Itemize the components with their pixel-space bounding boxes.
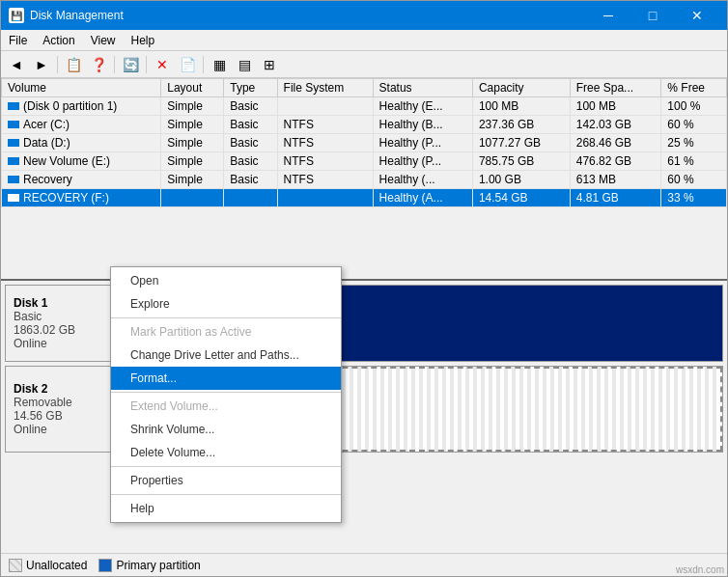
back-button[interactable]: ◄ <box>5 54 28 75</box>
menu-view[interactable]: View <box>83 30 124 50</box>
toolbar-separator-3 <box>146 56 147 73</box>
disk2-label: Disk 2 Removable 14.56 GB Online <box>6 367 112 452</box>
toolbar: ◄ ► 📋 ❓ 🔄 ✕ 📄 ▦ ▤ ⊞ <box>1 51 727 78</box>
table-row[interactable]: Acer (C:)SimpleBasicNTFSHealthy (B...237… <box>2 116 727 134</box>
legend-bar: Unallocated Primary partition <box>1 553 727 576</box>
context-menu-item-help[interactable]: Help <box>111 497 341 520</box>
forward-button[interactable]: ► <box>30 54 53 75</box>
context-menu-item-mark-partition-as-active: Mark Partition as Active <box>111 320 341 343</box>
disk2-size: 14.56 GB <box>14 409 103 423</box>
col-capacity[interactable]: Capacity <box>472 79 570 97</box>
legend-unalloc-label: Unallocated <box>26 559 87 572</box>
context-menu-separator <box>111 317 341 318</box>
toolbar-separator-2 <box>114 56 115 73</box>
col-freespace[interactable]: Free Spa... <box>570 79 661 97</box>
app-icon: 💾 <box>9 8 24 23</box>
window-controls: ─ □ ✕ <box>586 1 719 30</box>
rescan-button[interactable]: 🔄 <box>119 54 142 75</box>
disk1-label: Disk 1 Basic 1863.02 GB Online <box>6 286 112 361</box>
context-menu-item-open[interactable]: Open <box>111 269 341 292</box>
legend-primary: Primary partition <box>98 559 200 572</box>
disk1-type: Basic <box>14 310 103 323</box>
col-type[interactable]: Type <box>224 79 277 97</box>
disk2-name: Disk 2 <box>14 382 103 396</box>
watermark: wsxdn.com <box>676 564 724 575</box>
context-menu-separator <box>111 494 341 495</box>
menu-help[interactable]: Help <box>124 30 163 50</box>
main-window: 💾 Disk Management ─ □ ✕ File Action View… <box>0 0 728 577</box>
menu-action[interactable]: Action <box>35 30 82 50</box>
col-filesystem[interactable]: File System <box>277 79 373 97</box>
legend-primary-label: Primary partition <box>116 559 200 572</box>
help-button[interactable]: ❓ <box>87 54 110 75</box>
window-title: Disk Management <box>30 9 124 22</box>
context-menu-separator <box>111 392 341 393</box>
context-menu: OpenExploreMark Partition as ActiveChang… <box>110 266 342 523</box>
context-menu-item-format---[interactable]: Format... <box>111 367 341 390</box>
context-menu-item-explore[interactable]: Explore <box>111 292 341 316</box>
disk2-type: Removable <box>14 396 103 409</box>
context-menu-item-shrink-volume---[interactable]: Shrink Volume... <box>111 418 341 441</box>
disk2-status: Online <box>14 423 103 436</box>
context-menu-separator <box>111 466 341 467</box>
disk1-status: Online <box>14 337 103 350</box>
context-menu-item-properties[interactable]: Properties <box>111 469 341 492</box>
context-menu-item-delete-volume---[interactable]: Delete Volume... <box>111 441 341 464</box>
menu-bar: File Action View Help <box>1 30 727 51</box>
context-menu-item-change-drive-letter-and-paths---[interactable]: Change Drive Letter and Paths... <box>111 343 341 367</box>
minimize-button[interactable]: ─ <box>586 1 630 30</box>
toolbar-separator-1 <box>57 56 58 73</box>
menu-file[interactable]: File <box>1 30 35 50</box>
disk1-name: Disk 1 <box>14 296 103 310</box>
col-status[interactable]: Status <box>373 79 472 97</box>
maximize-button[interactable]: □ <box>630 1 675 30</box>
volume-table-area: Volume Layout Type File System Status Ca… <box>1 78 727 281</box>
view1-button[interactable]: ▦ <box>208 54 231 75</box>
view3-button[interactable]: ⊞ <box>258 54 281 75</box>
table-row[interactable]: Data (D:)SimpleBasicNTFSHealthy (P...107… <box>2 134 727 152</box>
disk1-size: 1863.02 GB <box>14 323 103 337</box>
legend-unalloc-box <box>9 559 22 572</box>
legend-unalloc: Unallocated <box>9 559 87 572</box>
export-button[interactable]: 📄 <box>176 54 199 75</box>
view2-button[interactable]: ▤ <box>233 54 256 75</box>
properties-button[interactable]: 📋 <box>62 54 85 75</box>
table-row[interactable]: RECOVERY (F:)Healthy (A...14.54 GB4.81 G… <box>2 189 727 207</box>
col-pctfree[interactable]: % Free <box>661 79 727 97</box>
title-bar: 💾 Disk Management ─ □ ✕ <box>1 1 727 30</box>
close-button[interactable]: ✕ <box>675 1 719 30</box>
context-menu-item-extend-volume---: Extend Volume... <box>111 395 341 418</box>
content-area: Volume Layout Type File System Status Ca… <box>1 78 727 553</box>
volume-table: Volume Layout Type File System Status Ca… <box>1 78 727 207</box>
toolbar-separator-4 <box>203 56 204 73</box>
table-row[interactable]: RecoverySimpleBasicNTFSHealthy (...1.00 … <box>2 171 727 189</box>
legend-primary-box <box>98 559 112 572</box>
delete-button[interactable]: ✕ <box>151 54 174 75</box>
table-row[interactable]: New Volume (E:)SimpleBasicNTFSHealthy (P… <box>2 152 727 171</box>
col-layout[interactable]: Layout <box>161 79 224 97</box>
col-volume[interactable]: Volume <box>2 79 161 97</box>
table-row[interactable]: (Disk 0 partition 1)SimpleBasicHealthy (… <box>2 97 727 116</box>
